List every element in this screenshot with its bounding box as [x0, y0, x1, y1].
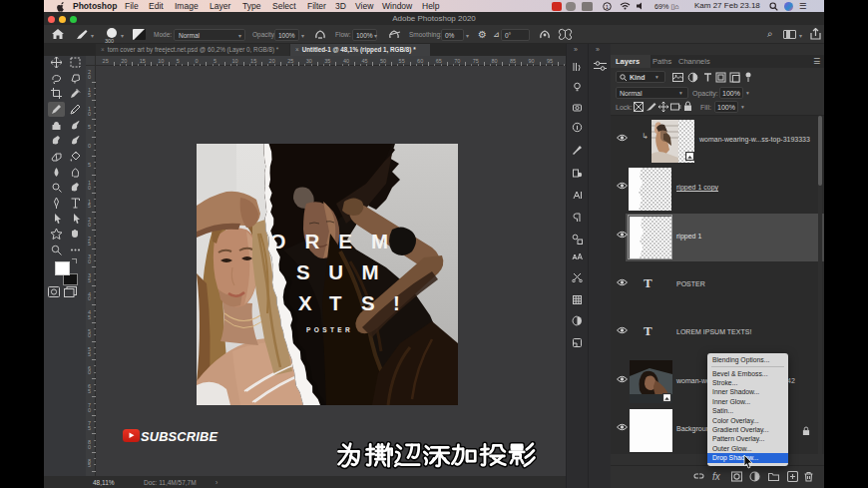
- svg-text:X: X: [298, 291, 312, 314]
- svg-text:1: 1: [606, 3, 610, 9]
- svg-text:OREM: OREM: [270, 230, 408, 252]
- svg-text:T: T: [329, 291, 342, 314]
- svg-text:SUM: SUM: [296, 260, 397, 283]
- svg-text:fx: fx: [712, 471, 721, 482]
- svg-text:!: !: [393, 291, 400, 314]
- svg-text:POSTER: POSTER: [306, 326, 353, 333]
- svg-text:S: S: [361, 291, 375, 314]
